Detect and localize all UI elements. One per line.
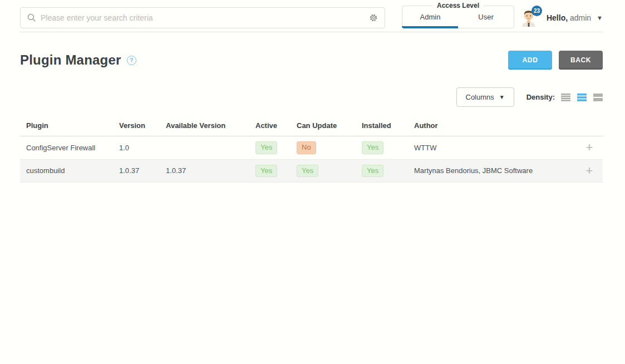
density-label: Density: [526,93,555,101]
columns-dropdown[interactable]: Columns ▼ [456,87,514,107]
expand-row-icon[interactable]: + [586,142,593,153]
status-badge: Yes [362,141,383,154]
header-divider [20,32,603,32]
search-input[interactable] [41,13,369,22]
help-icon[interactable]: ? [127,56,136,65]
page-title: Plugin Manager [20,52,121,68]
density-switcher [561,94,603,101]
greeting-username: admin [570,13,591,22]
chevron-down-icon: ▼ [499,94,505,100]
col-header-can-update: Can Update [297,115,362,136]
tab-user[interactable]: User [458,6,514,28]
col-header-active: Active [255,115,297,136]
add-button[interactable]: ADD [508,51,552,70]
user-menu[interactable]: 23 Hello, admin ▼ [520,6,603,29]
search-box[interactable] [20,7,385,28]
user-greeting[interactable]: Hello, admin [547,13,591,22]
table-row: ConfigServer Firewall 1.0 Yes No Yes WTT… [20,136,603,160]
cell-available-version [166,136,255,160]
header-actions: ADD BACK [508,51,603,70]
col-header-plugin: Plugin [20,115,119,136]
status-badge: Yes [255,165,277,178]
columns-label: Columns [466,93,494,101]
table-toolbar: Columns ▼ Density: [20,87,603,107]
expand-row-icon[interactable]: + [586,165,593,176]
density-compact-icon[interactable] [561,94,570,101]
status-badge: Yes [297,165,318,178]
cell-author: WTTW [414,136,578,160]
tab-admin[interactable]: Admin [402,6,458,28]
page-header: Plugin Manager ? ADD BACK [20,50,603,70]
col-header-version: Version [119,115,166,136]
top-bar: Access Level Admin User 23 Hello [20,0,603,32]
cell-plugin-name: ConfigServer Firewall [20,136,119,160]
table-header-row: Plugin Version Available Version Active … [20,115,603,136]
table-row: custombuild 1.0.37 1.0.37 Yes Yes Yes Ma… [20,159,603,183]
access-level-switch: Access Level Admin User [402,6,514,28]
status-badge: Yes [255,141,277,154]
search-icon [27,13,36,22]
cell-author: Martynas Bendorius, JBMC Software [414,159,578,183]
density-medium-icon[interactable] [577,94,587,101]
col-header-author: Author [414,115,578,136]
back-button[interactable]: BACK [559,51,603,70]
cell-version: 1.0 [119,136,166,160]
cell-version: 1.0.37 [119,159,166,183]
cell-plugin-name: custombuild [20,159,119,183]
density-comfortable-icon[interactable] [593,94,603,101]
col-header-installed: Installed [362,115,414,136]
avatar[interactable]: 23 [520,8,539,28]
plugins-table: Plugin Version Available Version Active … [20,115,603,183]
gear-icon[interactable] [369,13,378,22]
status-badge: Yes [362,165,383,178]
notification-badge: 23 [532,6,542,16]
col-header-available-version: Available Version [166,115,255,136]
cell-available-version: 1.0.37 [166,159,255,183]
greeting-hello: Hello, [547,13,568,22]
chevron-down-icon[interactable]: ▼ [597,14,603,21]
status-badge: No [297,141,316,154]
